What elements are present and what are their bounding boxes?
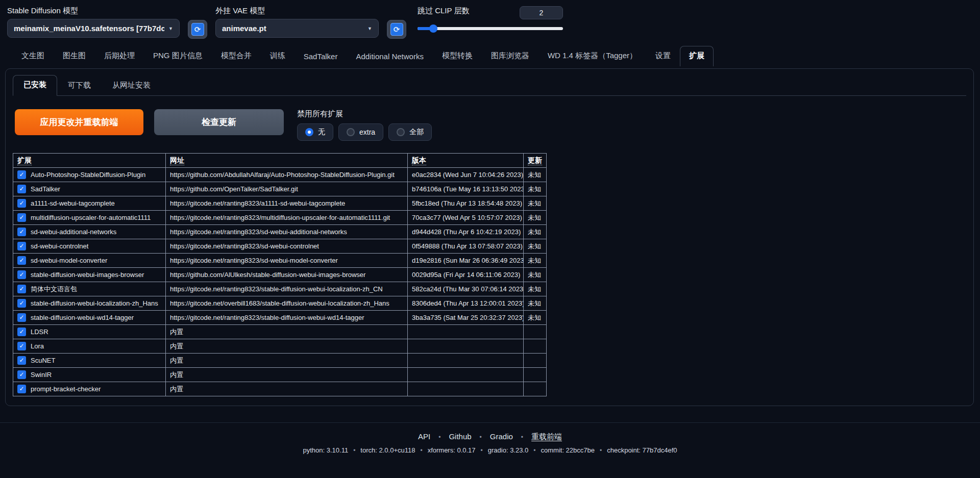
extension-checkbox[interactable]: ✓ bbox=[17, 185, 26, 193]
extension-checkbox[interactable]: ✓ bbox=[17, 356, 26, 365]
extension-url: https://gitcode.net/ranting8323/sd-webui… bbox=[166, 239, 408, 254]
extension-checkbox[interactable]: ✓ bbox=[17, 228, 26, 236]
extension-update-status: 未知 bbox=[524, 311, 547, 325]
extension-name: multidiffusion-upscaler-for-automatic111… bbox=[31, 213, 151, 222]
tab-additional-networks[interactable]: Additional Networks bbox=[347, 47, 433, 66]
extension-update-status: 未知 bbox=[524, 268, 547, 282]
tab-extras[interactable]: 后期处理 bbox=[95, 46, 144, 66]
extension-url: 内置 bbox=[166, 325, 408, 339]
tab-model-converter[interactable]: 模型转换 bbox=[433, 46, 482, 66]
clip-skip-group: 跳过 CLIP 层数 2 bbox=[418, 6, 563, 33]
subtab-install-from-url[interactable]: 从网址安装 bbox=[102, 76, 161, 96]
tab-settings[interactable]: 设置 bbox=[646, 46, 680, 66]
column-sort-label[interactable]: 更新 bbox=[528, 156, 542, 165]
slider-track bbox=[418, 27, 563, 30]
extension-version: 5fbc18ed (Thu Apr 13 18:54:48 2023) bbox=[408, 196, 524, 211]
tab-sadtalker[interactable]: SadTalker bbox=[295, 47, 347, 66]
radio-circle-icon bbox=[347, 128, 355, 136]
vae-model-dropdown[interactable]: animevae.pt ▼ bbox=[215, 19, 379, 38]
slider-thumb[interactable] bbox=[429, 24, 437, 33]
extension-name-cell: ✓简体中文语言包 bbox=[13, 282, 166, 296]
extension-update-status: 未知 bbox=[524, 182, 547, 196]
extension-row: ✓Lora内置 bbox=[13, 339, 547, 354]
extension-checkbox[interactable]: ✓ bbox=[17, 213, 26, 222]
radio-option-extra[interactable]: extra bbox=[338, 123, 383, 141]
clip-skip-number-input[interactable]: 2 bbox=[520, 6, 563, 19]
extension-checkbox[interactable]: ✓ bbox=[17, 285, 26, 293]
extension-version: 0029d95a (Fri Apr 14 06:11:06 2023) bbox=[408, 268, 524, 282]
column-sort-label[interactable]: 扩展 bbox=[17, 156, 32, 165]
extension-name: sd-webui-additional-networks bbox=[31, 227, 116, 237]
extension-version: e0ac2834 (Wed Jun 7 10:04:26 2023) bbox=[408, 168, 524, 182]
extension-name-cell: ✓sd-webui-model-converter bbox=[13, 254, 166, 268]
apply-and-reload-button[interactable]: 应用更改并重载前端 bbox=[15, 109, 143, 135]
extension-checkbox[interactable]: ✓ bbox=[17, 270, 26, 279]
extension-name-cell: ✓sd-webui-controlnet bbox=[13, 239, 166, 254]
vae-model-label: 外挂 VAE 模型 bbox=[215, 6, 379, 16]
column-sort-label[interactable]: 网址 bbox=[170, 156, 184, 165]
extension-name: ScuNET bbox=[31, 356, 55, 365]
extensions-table-header: 更新 bbox=[524, 154, 547, 168]
radio-option-none[interactable]: 无 bbox=[297, 123, 333, 141]
extension-row: ✓ScuNET内置 bbox=[13, 354, 547, 368]
tab-extensions[interactable]: 扩展 bbox=[680, 46, 714, 66]
tab-image-browser[interactable]: 图库浏览器 bbox=[482, 46, 538, 66]
extension-url: https://gitcode.net/ranting8323/multidif… bbox=[166, 211, 408, 225]
extension-version bbox=[408, 339, 524, 354]
tab-checkpoint-merger[interactable]: 模型合并 bbox=[212, 46, 261, 66]
extension-name-cell: ✓stable-diffusion-webui-localization-zh_… bbox=[13, 296, 166, 311]
footer-info-item: commit: 22bcc7be bbox=[541, 446, 595, 454]
extension-update-status bbox=[524, 354, 547, 368]
extension-name: sd-webui-model-converter bbox=[31, 256, 107, 265]
footer-link-api[interactable]: API bbox=[418, 432, 430, 441]
extension-checkbox[interactable]: ✓ bbox=[17, 313, 26, 322]
extension-name-cell: ✓sd-webui-additional-networks bbox=[13, 225, 166, 239]
subtab-installed[interactable]: 已安装 bbox=[13, 75, 57, 96]
extension-checkbox[interactable]: ✓ bbox=[17, 385, 26, 393]
vae-model-value: animevae.pt bbox=[222, 24, 363, 33]
extension-checkbox[interactable]: ✓ bbox=[17, 328, 26, 336]
sd-model-dropdown[interactable]: meinamix_meinaV10.safetensors [77b7dc4ef… bbox=[7, 19, 180, 38]
clip-skip-slider[interactable] bbox=[418, 24, 563, 33]
tab-train[interactable]: 训练 bbox=[261, 46, 295, 66]
refresh-sd-model-button[interactable]: ⟳ bbox=[188, 20, 207, 39]
extension-url: 内置 bbox=[166, 339, 408, 354]
check-updates-button[interactable]: 检查更新 bbox=[154, 109, 284, 135]
extension-url: https://github.com/AlUlkesh/stable-diffu… bbox=[166, 268, 408, 282]
tab-img2img[interactable]: 图生图 bbox=[54, 46, 95, 66]
refresh-vae-model-button[interactable]: ⟳ bbox=[387, 20, 406, 39]
radio-circle-icon bbox=[397, 128, 405, 136]
extension-update-status bbox=[524, 339, 547, 354]
tab-png-info[interactable]: PNG 图片信息 bbox=[144, 46, 212, 66]
disable-all-extensions-label: 禁用所有扩展 bbox=[297, 109, 432, 119]
extension-version: d944d428 (Thu Apr 6 10:42:19 2023) bbox=[408, 225, 524, 239]
column-sort-label[interactable]: 版本 bbox=[412, 156, 426, 165]
extension-checkbox[interactable]: ✓ bbox=[17, 299, 26, 308]
extension-version bbox=[408, 325, 524, 339]
extension-checkbox[interactable]: ✓ bbox=[17, 199, 26, 208]
extension-checkbox[interactable]: ✓ bbox=[17, 370, 26, 379]
footer-link-gradio[interactable]: Gradio bbox=[490, 432, 513, 441]
extensions-subtab-bar: 已安装可下载从网址安装 bbox=[13, 75, 966, 96]
extension-checkbox[interactable]: ✓ bbox=[17, 242, 26, 250]
extension-version: 3ba3a735 (Sat Mar 25 20:32:37 2023) bbox=[408, 311, 524, 325]
extension-url: https://github.com/AbdullahAlfaraj/Auto-… bbox=[166, 168, 408, 182]
extension-url: https://gitcode.net/ranting8323/sd-webui… bbox=[166, 254, 408, 268]
extension-version bbox=[408, 354, 524, 368]
quicksettings-bar: Stable Diffusion 模型 meinamix_meinaV10.sa… bbox=[0, 0, 980, 43]
extension-name: LDSR bbox=[31, 327, 48, 337]
footer-separator: • bbox=[353, 447, 355, 454]
footer-info-item: torch: 2.0.0+cu118 bbox=[360, 446, 415, 454]
extension-update-status: 未知 bbox=[524, 296, 547, 311]
extension-checkbox[interactable]: ✓ bbox=[17, 342, 26, 350]
extension-checkbox[interactable]: ✓ bbox=[17, 256, 26, 265]
extension-version: b746106a (Tue May 16 13:13:50 2023) bbox=[408, 182, 524, 196]
footer-link-github[interactable]: Github bbox=[449, 432, 471, 441]
extension-checkbox[interactable]: ✓ bbox=[17, 170, 26, 179]
radio-option-all[interactable]: 全部 bbox=[388, 123, 432, 141]
tab-txt2img[interactable]: 文生图 bbox=[12, 46, 54, 66]
subtab-available[interactable]: 可下载 bbox=[57, 76, 102, 96]
footer-link-reload-ui[interactable]: 重载前端 bbox=[531, 432, 562, 441]
tab-wd14-tagger[interactable]: WD 1.4 标签器（Tagger） bbox=[538, 46, 646, 66]
extension-update-status: 未知 bbox=[524, 225, 547, 239]
